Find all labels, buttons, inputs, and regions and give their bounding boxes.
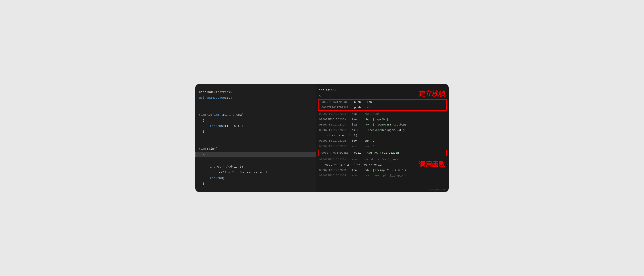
code-empty-5	[195, 158, 316, 164]
red-box-call-add: 00007FF6C17D23E5 call Add (07FF6C17D1226…	[318, 150, 447, 156]
code-line-include: #include <iostream>	[195, 89, 316, 95]
asm-source-add: int ret = Add(1, 2);	[316, 133, 449, 138]
code-line-return-main: return 0;	[195, 175, 316, 181]
code-line-return-add: return num1 + num2;	[195, 123, 316, 129]
code-line-add-sig: ▼ int Add ( int num1, int num2)	[195, 112, 316, 118]
code-line-using: using namespace std;	[195, 95, 316, 101]
asm-call-add: 00007FF6C17D23E5 call Add (07FF6C17D1226…	[318, 150, 446, 156]
code-line-add-close: }	[195, 129, 316, 135]
right-asm-panel: 建立栈帧 调用函数 int main() { 00007FF6C17D23C0 …	[316, 84, 449, 192]
asm-lea-rbp: 00007FF6C17D23CA lea rbp, [rsp+20h]	[316, 117, 449, 122]
red-box-frame-setup: 00007FF6C17D23C0 push rbp 00007FF6C17D23…	[318, 99, 447, 111]
asm-mov-ecx: 00007FF6C17D23E0 mov ecx, 1	[316, 144, 449, 149]
separator	[195, 158, 316, 158]
main-container: #include <iostream> using namespace std;…	[195, 84, 449, 192]
asm-push-rbp: 00007FF6C17D23C0 push rbp	[318, 100, 446, 105]
code-line-cout: cout << “1 + 2 = ” << ret << endl;	[195, 170, 316, 175]
asm-mov-edx: 00007FF6C17D23DB mov edx, 2	[316, 138, 449, 144]
left-code-panel: #include <iostream> using namespace std;…	[195, 84, 316, 192]
code-line-int-ret: int ret = Add(1, 2);	[195, 164, 316, 170]
asm-call-checkdebugger: 00007FF6C17D23D6 call __CheckForDebugger…	[316, 128, 449, 133]
asm-mov-rcx-imp: 00007FF6C17D23E4 mov rcx, qword ptr [__i…	[316, 173, 449, 178]
code-empty-3	[195, 135, 316, 140]
code-line-main-sig: ▼ int main ()	[195, 146, 316, 152]
code-line-main-open: {	[195, 152, 316, 157]
code-line-add-open: {	[195, 118, 316, 123]
code-empty-2	[195, 106, 316, 112]
asm-sub-rsp: 00007FF6C17D23C3 sub rsp, 108h	[316, 112, 449, 117]
code-line-main-close: }	[195, 181, 316, 187]
code-empty-1	[195, 101, 316, 106]
code-empty-4	[195, 140, 316, 146]
label-call-function: 调用函数	[419, 160, 445, 169]
asm-push-rdi: 00007FF6C17D23C2 push rdi	[318, 105, 446, 110]
label-establish-frame: 建立栈帧	[419, 89, 445, 98]
asm-lea-rcx: 00007FF6C17D23CF lea rcx, [__D9B073F8_te…	[316, 122, 449, 128]
watermark: ©2021 @Jamm ing4	[428, 188, 446, 191]
